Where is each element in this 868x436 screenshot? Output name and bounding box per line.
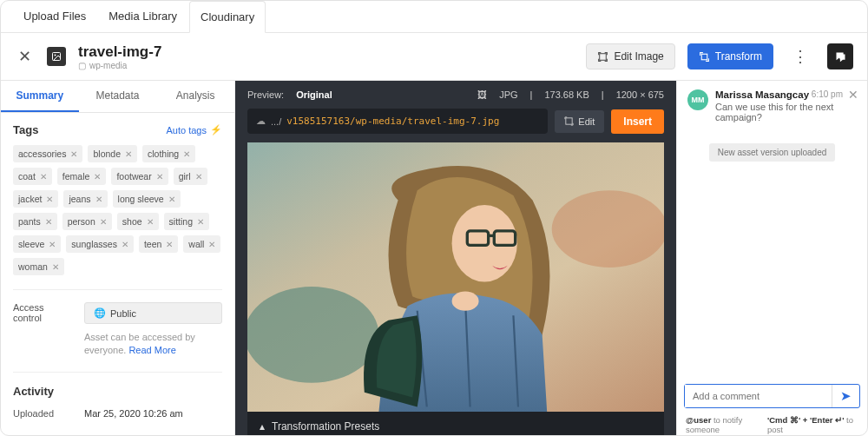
remove-tag-icon[interactable]: ✕ <box>168 195 175 204</box>
file-title: travel-img-7 <box>78 43 574 61</box>
comment-hint: @user to notify someone 'Cmd ⌘' + 'Enter… <box>677 415 867 436</box>
tag-chip[interactable]: girl✕ <box>174 168 207 185</box>
tag-chip[interactable]: sitting✕ <box>164 213 209 230</box>
tag-chip[interactable]: accessories✕ <box>13 145 82 162</box>
preview-dimensions: 1200 × 675 <box>616 89 664 100</box>
remove-tag-icon[interactable]: ✕ <box>208 240 215 249</box>
comment-body: Can we use this for the next campaign? <box>715 102 857 122</box>
tag-chip[interactable]: jacket✕ <box>13 190 58 208</box>
preview-format: JPG <box>499 89 517 100</box>
tags-heading: Tags <box>13 123 38 136</box>
tag-chip[interactable]: footwear✕ <box>111 168 168 185</box>
preview-panel: Preview: Original 🖼 JPG | 173.68 KB | 12… <box>235 81 676 436</box>
remove-tag-icon[interactable]: ✕ <box>70 149 77 159</box>
remove-tag-icon[interactable]: ✕ <box>94 172 101 182</box>
comment-input-wrap: ➤ <box>684 384 860 408</box>
remove-tag-icon[interactable]: ✕ <box>197 217 204 227</box>
transformation-presets-toggle[interactable]: ▴ Transformation Presets <box>247 412 664 436</box>
remove-tag-icon[interactable]: ✕ <box>40 172 47 182</box>
tags-list: accessories✕blonde✕clothing✕coat✕female✕… <box>13 145 222 275</box>
tag-chip[interactable]: blonde✕ <box>88 145 137 162</box>
remove-tag-icon[interactable]: ✕ <box>95 195 102 204</box>
access-control-label: Access control <box>13 302 74 323</box>
tag-chip[interactable]: sunglasses✕ <box>66 235 134 253</box>
remove-tag-icon[interactable]: ✕ <box>46 195 53 204</box>
svg-rect-3 <box>701 54 707 60</box>
preview-size: 173.68 KB <box>544 89 589 100</box>
image-icon: 🖼 <box>477 89 487 100</box>
more-icon[interactable]: ⋮ <box>786 42 815 71</box>
remove-tag-icon[interactable]: ✕ <box>49 240 56 249</box>
comment-item: MM Marissa Masangcay 6:10 pm ✕ Can we us… <box>677 81 867 131</box>
access-public-button[interactable]: 🌐 Public <box>84 302 222 324</box>
top-tabs: Upload FilesMedia LibraryCloudinary <box>1 1 867 33</box>
remove-tag-icon[interactable]: ✕ <box>52 262 59 272</box>
file-type-badge <box>47 47 66 66</box>
svg-point-1 <box>55 55 56 56</box>
tag-chip[interactable]: female✕ <box>57 168 107 185</box>
svg-point-12 <box>452 292 479 311</box>
svg-point-7 <box>552 190 664 268</box>
comment-input[interactable] <box>685 385 832 407</box>
tag-chip[interactable]: clothing✕ <box>142 145 195 162</box>
remove-tag-icon[interactable]: ✕ <box>125 149 132 159</box>
close-icon[interactable]: ✕ <box>848 88 858 102</box>
edit-url-button[interactable]: Edit <box>555 110 604 133</box>
folder-icon: ▢ <box>78 61 86 70</box>
file-folder: ▢ wp-media <box>78 61 574 70</box>
tag-chip[interactable]: pants✕ <box>13 213 57 230</box>
url-field[interactable]: ☁ .../ v1585157163/wp-media/travel-img-7… <box>247 109 548 134</box>
auto-tags-link[interactable]: Auto tags ⚡ <box>167 124 222 135</box>
activity-event: New asset version uploaded <box>677 147 867 157</box>
tag-chip[interactable]: coat✕ <box>13 168 52 185</box>
chat-icon[interactable] <box>827 43 853 69</box>
detail-tabs: SummaryMetadataAnalysis <box>1 81 234 113</box>
edit-image-button[interactable]: Edit Image <box>586 43 674 69</box>
tag-chip[interactable]: person✕ <box>62 213 112 230</box>
left-panel: SummaryMetadataAnalysis Tags Auto tags ⚡… <box>1 81 235 436</box>
uploaded-label: Uploaded <box>13 408 74 419</box>
read-more-link[interactable]: Read More <box>128 345 175 355</box>
top-tab-media-library[interactable]: Media Library <box>98 1 187 32</box>
avatar: MM <box>687 89 708 110</box>
tab-analysis[interactable]: Analysis <box>156 81 234 112</box>
chevron-up-icon: ▴ <box>260 420 265 433</box>
remove-tag-icon[interactable]: ✕ <box>100 217 107 227</box>
globe-icon: 🌐 <box>94 307 106 319</box>
top-tab-upload-files[interactable]: Upload Files <box>13 1 96 32</box>
insert-button[interactable]: Insert <box>611 109 664 134</box>
tab-metadata[interactable]: Metadata <box>79 81 157 112</box>
tag-chip[interactable]: sleeve✕ <box>13 235 61 253</box>
remove-tag-icon[interactable]: ✕ <box>195 172 202 182</box>
close-icon[interactable]: ✕ <box>15 43 35 69</box>
remove-tag-icon[interactable]: ✕ <box>147 217 154 227</box>
comments-panel: MM Marissa Masangcay 6:10 pm ✕ Can we us… <box>676 81 867 436</box>
remove-tag-icon[interactable]: ✕ <box>45 217 52 227</box>
svg-point-8 <box>452 205 517 282</box>
send-icon[interactable]: ➤ <box>832 385 859 407</box>
remove-tag-icon[interactable]: ✕ <box>122 240 128 249</box>
tag-chip[interactable]: woman✕ <box>13 258 64 275</box>
remove-tag-icon[interactable]: ✕ <box>183 149 190 159</box>
asset-header: ✕ travel-img-7 ▢ wp-media Edit Image Tra… <box>1 33 867 81</box>
activity-heading: Activity <box>13 385 222 398</box>
svg-rect-2 <box>600 53 607 60</box>
preview-mode: Original <box>296 89 332 100</box>
image-preview <box>247 142 664 412</box>
comment-author: Marissa Masangcay <box>715 89 809 100</box>
tag-chip[interactable]: shoe✕ <box>117 213 159 230</box>
cloud-icon: ☁ <box>256 116 266 127</box>
remove-tag-icon[interactable]: ✕ <box>166 240 173 249</box>
top-tab-cloudinary[interactable]: Cloudinary <box>189 1 266 33</box>
uploaded-value: Mar 25, 2020 10:26 am <box>84 408 183 419</box>
svg-point-6 <box>247 287 378 383</box>
tab-summary[interactable]: Summary <box>1 81 79 112</box>
preview-label: Preview: <box>247 89 284 100</box>
tag-chip[interactable]: wall✕ <box>183 235 220 253</box>
remove-tag-icon[interactable]: ✕ <box>156 172 163 182</box>
tag-chip[interactable]: jeans✕ <box>63 190 107 208</box>
tag-chip[interactable]: long sleeve✕ <box>113 190 181 208</box>
tag-chip[interactable]: teen✕ <box>139 235 178 253</box>
comment-time: 6:10 pm <box>812 89 843 99</box>
transform-button[interactable]: Transform <box>687 43 773 69</box>
